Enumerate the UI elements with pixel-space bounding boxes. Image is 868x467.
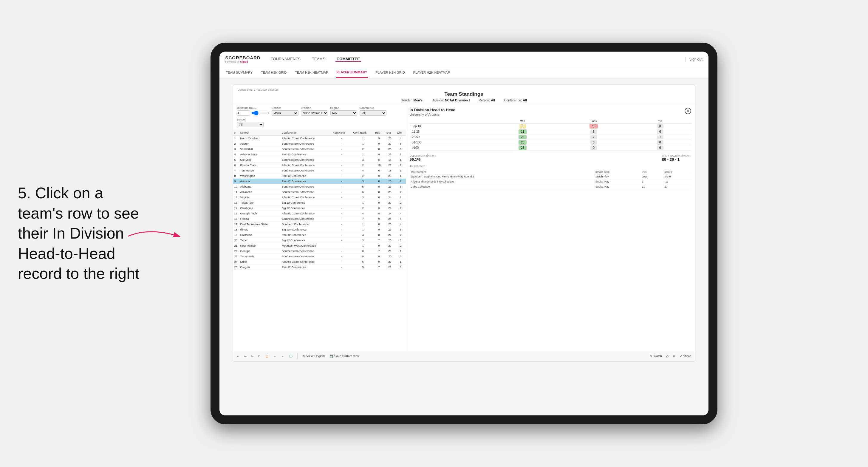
table-row[interactable]: 1 North Carolina Atlantic Coast Conferen…: [233, 136, 406, 141]
min-rounds-slider[interactable]: [251, 111, 269, 116]
table-row[interactable]: 14 Oklahoma Big 12 Conference - 2 8 26 2: [233, 206, 406, 211]
table-row[interactable]: 6 Florida State Atlantic Coast Conferenc…: [233, 162, 406, 168]
table-row[interactable]: 10 Alabama Southeastern Conference - 5 8…: [233, 184, 406, 189]
cell-conference: Big 12 Conference: [281, 206, 332, 211]
clock-icon[interactable]: 🕐: [289, 354, 292, 358]
cell-tour: 24: [384, 211, 396, 216]
cell-tour: 18: [384, 168, 396, 173]
cell-rds: 7: [374, 248, 384, 254]
table-row[interactable]: 24 Duke Atlantic Coast Conference - 5 9 …: [233, 259, 406, 264]
table-row[interactable]: 2 Auburn Southeastern Conference - 1 9 2…: [233, 141, 406, 147]
cell-conference: Southeastern Conference: [281, 254, 332, 259]
table-row[interactable]: 21 New Mexico Mountain West Conference -…: [233, 243, 406, 248]
conference-select-label: Conference: [360, 106, 386, 110]
h2h-loss: 8: [558, 129, 629, 134]
table-row[interactable]: 18 Illinois Big Ten Conference - 1 9 23 …: [233, 227, 406, 232]
table-row[interactable]: 5 Ole Miss Southeastern Conference - 3 6…: [233, 157, 406, 162]
table-row[interactable]: 12 Virginia Atlantic Coast Conference - …: [233, 195, 406, 200]
table-row[interactable]: 13 Texas Tech Big 12 Conference - 1 9 27…: [233, 200, 406, 206]
cell-tour: 23: [384, 222, 396, 227]
school-select-group: School (All): [237, 118, 264, 127]
sign-out-link[interactable]: Sign out: [685, 57, 702, 61]
app-logo: SCOREBOARD Powered by clippd: [225, 55, 260, 63]
cell-rank: 18: [233, 227, 239, 232]
table-row[interactable]: 23 Texas A&M Southeastern Conference - 9…: [233, 254, 406, 259]
layout-icon[interactable]: ⊞: [673, 354, 675, 358]
conference-select[interactable]: (All): [360, 110, 386, 116]
sub-nav-team-h2h-heatmap[interactable]: TEAM H2H HEATMAP: [294, 67, 329, 78]
nav-tournaments[interactable]: TOURNAMENTS: [270, 57, 302, 62]
table-row[interactable]: 9 Arizona Pac-12 Conference - 3 8 23 2: [233, 179, 406, 184]
cell-win: 2: [396, 189, 406, 195]
undo-icon[interactable]: ↩: [237, 354, 239, 358]
share-label: Share: [683, 354, 691, 358]
tournament-row: Jackson T. Stephens Cup Men's Match-Play…: [410, 174, 691, 179]
cell-reg-rank: -: [332, 243, 352, 248]
school-select[interactable]: (All): [237, 122, 264, 127]
table-row[interactable]: 4 Arizona State Pac-12 Conference - 1 9 …: [233, 152, 406, 157]
cell-school: Arkansas: [239, 189, 281, 195]
region-select[interactable]: N/A: [330, 110, 357, 116]
cell-conf-rank: 1: [352, 152, 374, 157]
table-row[interactable]: 3 Vanderbilt Southeastern Conference - 2…: [233, 147, 406, 152]
table-row[interactable]: 19 California Pac-12 Conference - 4 8 24…: [233, 232, 406, 238]
cell-school: Florida State: [239, 162, 281, 168]
top-nav-links: TOURNAMENTS TEAMS COMMITTEE: [270, 57, 685, 62]
cell-school: Washington: [239, 173, 281, 179]
cut-icon[interactable]: ✂: [244, 354, 246, 358]
cell-rank: 11: [233, 189, 239, 195]
minus-icon[interactable]: －: [281, 354, 284, 359]
gender-select[interactable]: Men's: [272, 110, 299, 116]
sub-nav-player-h2h-heatmap[interactable]: PLAYER H2H HEATMAP: [413, 67, 451, 78]
plus-icon[interactable]: ＋: [273, 354, 276, 359]
h2h-loss: 3: [558, 140, 629, 145]
table-row[interactable]: 17 East Tennessee State Southern Confere…: [233, 222, 406, 227]
cell-tour: 21: [384, 264, 396, 270]
copy-icon[interactable]: ⧉: [258, 354, 260, 358]
table-row[interactable]: 15 Georgia Tech Atlantic Coast Conferenc…: [233, 211, 406, 216]
cell-rank: 17: [233, 222, 239, 227]
cell-rank: 24: [233, 259, 239, 264]
cell-conf-rank: 5: [352, 264, 374, 270]
cell-rds: 8: [374, 222, 384, 227]
nav-committee[interactable]: COMMITTEE: [336, 57, 361, 62]
table-row[interactable]: 25 Oregon Pac-12 Conference - 5 7 21 0: [233, 264, 406, 270]
nav-teams[interactable]: TEAMS: [311, 57, 327, 62]
record-label: W-L-T record in-division:: [662, 154, 691, 157]
t-score: 17: [663, 184, 691, 189]
min-rounds-input[interactable]: [237, 110, 250, 116]
redo-icon[interactable]: ↪: [251, 354, 253, 358]
table-row[interactable]: 7 Tennessee Southeastern Conference - 4 …: [233, 168, 406, 173]
cell-tour: 23: [384, 179, 396, 184]
table-row[interactable]: 22 Georgia Southeastern Conference - 8 7…: [233, 248, 406, 254]
cell-reg-rank: -: [332, 168, 352, 173]
table-row[interactable]: 11 Arkansas Southeastern Conference - 6 …: [233, 189, 406, 195]
sub-nav-team-h2h-grid[interactable]: TEAM H2H GRID: [260, 67, 287, 78]
sub-nav-player-summary[interactable]: PLAYER SUMMARY: [336, 67, 368, 78]
table-row[interactable]: 16 Florida Southeastern Conference - 7 9…: [233, 216, 406, 222]
col-conference: Conference: [281, 130, 332, 136]
view-original-button[interactable]: 👁 View: Original: [302, 354, 325, 358]
share-button[interactable]: ↗ Share: [680, 354, 691, 358]
h2h-close-button[interactable]: ✕: [685, 108, 691, 114]
watch-button[interactable]: 👁 Watch: [649, 354, 662, 358]
cell-conf-rank: 1: [352, 136, 374, 141]
region-filter: Region: All: [478, 98, 495, 102]
cell-conf-rank: 7: [352, 216, 374, 222]
sub-nav-team-summary[interactable]: TEAM SUMMARY: [225, 67, 253, 78]
table-row[interactable]: 20 Texas Big 12 Conference - 3 7 20 0: [233, 238, 406, 243]
cell-conf-rank: 1: [352, 222, 374, 227]
cell-reg-rank: -: [332, 173, 352, 179]
sub-nav-player-h2h-grid[interactable]: PLAYER H2H GRID: [375, 67, 405, 78]
save-custom-view-button[interactable]: 💾 Save Custom View: [330, 354, 359, 358]
table-row[interactable]: 8 Washington Pac-12 Conference - 2 8 23 …: [233, 173, 406, 179]
cell-rank: 19: [233, 232, 239, 238]
filters-area: Minimum Rou... Gender Men's: [233, 104, 406, 130]
settings-icon[interactable]: ⚙: [666, 354, 669, 358]
cell-rank: 4: [233, 152, 239, 157]
cell-conf-rank: 1: [352, 243, 374, 248]
paste-icon[interactable]: 📋: [265, 354, 269, 358]
division-select[interactable]: NCAA Division I: [301, 110, 328, 116]
cell-conf-rank: 3: [352, 195, 374, 200]
h2h-col-loss: Loss: [558, 119, 629, 124]
